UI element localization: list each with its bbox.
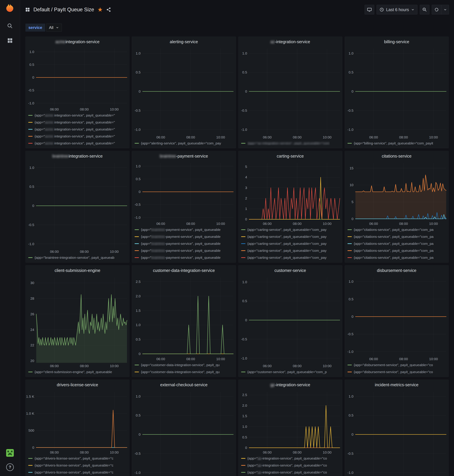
zoom-out-button[interactable] — [420, 5, 429, 15]
panel-chart[interactable]: 1.00.50-0.5-1.006:0008:0010:00 — [345, 47, 448, 140]
text-fragment: {app=" — [35, 141, 45, 145]
legend-item[interactable]: {app="citations-service", payit_queueabl… — [348, 254, 446, 261]
panel-chart[interactable]: 2.52.01.51.00.5006:0008:0010:00 — [238, 390, 342, 455]
legend-item[interactable]: {app="customer-service", payit_queueable… — [241, 369, 340, 375]
panel-title[interactable]: braintree integration-service — [26, 151, 129, 161]
legend-item[interactable]: {app="carting-service", payit_queueable=… — [241, 247, 340, 254]
legend-item[interactable]: {app="carting-service", payit_queueable=… — [241, 226, 340, 233]
legend-item[interactable]: {app="carting-service", payit_queueable=… — [241, 233, 340, 240]
legend-item[interactable]: {app="carting-service", payit_queueable=… — [241, 254, 340, 261]
panel-chart[interactable]: 1.00.50-0.5-1.006:0008:0010:00 — [26, 161, 129, 254]
legend-item[interactable]: {app="az-integration-service", payit_que… — [241, 140, 340, 147]
legend-item[interactable]: {app="braintree-payment-service", payit_… — [135, 254, 233, 261]
svg-text:06:00: 06:00 — [369, 135, 378, 139]
svg-text:1.5: 1.5 — [242, 414, 247, 418]
text-fragment: {app="braintree-integration-service", pa… — [35, 256, 114, 259]
legend-item[interactable]: {app="acme integration-service", payit_q… — [28, 119, 127, 126]
legend-series-label: {app="citations-service", payit_queueabl… — [354, 249, 434, 253]
panel-chart[interactable]: 2.52.01.51.00.5006:0008:0010:00 — [132, 275, 236, 362]
panel-title[interactable]: acme integration-service — [26, 37, 129, 47]
legend-item[interactable]: {app="citations-service", payit_queueabl… — [348, 226, 446, 233]
share-icon[interactable] — [106, 7, 111, 12]
legend-item[interactable]: {app="gp-integration-service", payit_que… — [241, 462, 340, 469]
svg-text:-1.0: -1.0 — [135, 128, 141, 131]
legend-item[interactable]: {app="acme integration-service", payit_q… — [28, 126, 127, 133]
legend-item[interactable]: {app="braintree-payment-service", payit_… — [135, 226, 233, 233]
panel-title[interactable]: braintree-payment-service — [132, 151, 236, 161]
page-title[interactable]: Default / PayIt Queue Size — [33, 7, 94, 13]
legend-item[interactable]: {app="acme integration-service", payit_q… — [28, 112, 127, 119]
legend-item[interactable]: {app="customer-data-integration-service"… — [135, 369, 233, 375]
panel-chart[interactable]: 15105006:0008:0010:00 — [345, 161, 448, 226]
legend-item[interactable]: {app="drivers-license-service", payit_qu… — [28, 469, 127, 476]
legend-item[interactable]: {app="citations-service", payit_queueabl… — [348, 240, 446, 247]
legend-item[interactable]: {app="gp-integration-service", payit_que… — [241, 455, 340, 462]
legend-item[interactable]: {app="billing-service", payit_queueable=… — [348, 140, 446, 147]
panel-chart[interactable]: 1.00.50-0.5-1.006:0008:0010:00 — [132, 390, 236, 476]
panel-chart[interactable]: 1.00.50-0.5-1.006:0008:0010:00 — [345, 275, 448, 362]
panel-title[interactable]: customer-service — [238, 265, 342, 275]
panel-title[interactable]: drivers-license-service — [26, 380, 129, 390]
panel-chart[interactable]: 1.00.50-0.5-1.006:0008:0010:00 — [132, 161, 236, 226]
grafana-logo[interactable] — [5, 3, 15, 13]
text-fragment: {app=" — [141, 242, 151, 245]
panel-chart[interactable]: 1.00.50-0.5-1.006:0008:0010:00 — [238, 275, 342, 369]
time-range-picker[interactable]: Last 6 hours — [377, 5, 417, 15]
panel-title[interactable]: client-submission-engine — [26, 265, 129, 275]
legend-item[interactable]: {app="citations-service", payit_queueabl… — [348, 233, 446, 240]
panel-title[interactable]: disbursement-service — [345, 265, 448, 275]
legend-item[interactable]: {app="braintree-integration-service", pa… — [28, 254, 127, 261]
svg-text:0: 0 — [139, 89, 141, 93]
panel-chart[interactable]: 1.00.50-0.5-1.006:0008:0010:00 — [26, 47, 129, 112]
legend-item[interactable]: {app="braintree-payment-service", payit_… — [135, 233, 233, 240]
legend-item[interactable]: {app="customer-data-integration-service"… — [135, 362, 233, 369]
panel-chart[interactable]: 1.00.50-0.5-1.006:0008:0010:00 — [238, 47, 342, 140]
panel-chart[interactable]: 1.00.50-0.5-1.006:0008:0010:00 — [345, 390, 448, 476]
help-icon[interactable]: ? — [6, 463, 14, 471]
legend-item[interactable]: {app="gp-integration-service", payit_que… — [241, 469, 340, 476]
legend-item[interactable]: {app="drivers-license-service", payit_qu… — [28, 462, 127, 469]
legend-item[interactable]: {app="carting-service", payit_queueable=… — [241, 240, 340, 247]
legend-item[interactable]: {app="drivers-license-service", payit_qu… — [28, 455, 127, 462]
legend-item[interactable]: {app="client-submission-engine", payit_q… — [28, 369, 127, 375]
panel-title[interactable]: gp-integration-service — [238, 380, 342, 390]
legend-item[interactable]: {app="disbursement-service", payit_queue… — [348, 369, 446, 375]
panel-chart[interactable]: 1.5 K1.0 K500006:0008:0010:00 — [26, 390, 129, 455]
chart-svg: 1.5 K1.0 K500006:0008:0010:00 — [26, 390, 129, 455]
favorite-star-icon[interactable]: ★ — [97, 7, 103, 13]
dashboards-icon[interactable] — [7, 38, 13, 44]
legend-item[interactable]: {app="braintree-payment-service", payit_… — [135, 240, 233, 247]
legend-series-label: {app="carting-service", payit_queueable=… — [247, 256, 327, 260]
panel-title[interactable]: billing-service — [345, 37, 448, 47]
dashboard-grid-icon[interactable] — [25, 7, 30, 12]
panel-title[interactable]: carting-service — [238, 151, 342, 161]
svg-text:3: 3 — [245, 186, 247, 190]
svg-text:-0.5: -0.5 — [348, 452, 354, 455]
variable-value-dropdown[interactable]: All — [46, 24, 62, 31]
panel-chart[interactable]: 54321006:0008:0010:00 — [238, 161, 342, 226]
svg-text:10:00: 10:00 — [323, 450, 332, 454]
search-icon[interactable] — [7, 23, 13, 29]
panel-title[interactable]: customer-data-integration-service — [132, 265, 236, 275]
panel-chart[interactable]: 1.00.50-0.5-1.006:0008:0010:00 — [132, 47, 236, 140]
user-avatar[interactable] — [6, 449, 14, 457]
legend-series-label: {app="gp-integration-service", payit_que… — [247, 463, 327, 467]
legend-series-label: {app="drivers-license-service", payit_qu… — [35, 463, 113, 467]
legend-series-label: {app="gp-integration-service", payit_que… — [247, 456, 327, 460]
refresh-button[interactable] — [432, 5, 441, 15]
legend-item[interactable]: {app="acme integration-service", payit_q… — [28, 133, 127, 140]
legend-item[interactable]: {app="acme integration-service", payit_q… — [28, 140, 127, 147]
legend-item[interactable]: {app="disbursement-service", payit_queue… — [348, 362, 446, 369]
legend-item[interactable]: {app="citations-service", payit_queueabl… — [348, 247, 446, 254]
panel-title[interactable]: az-integration-service — [238, 37, 342, 47]
panel-title[interactable]: incident-metrics-service — [345, 380, 448, 390]
panel-chart[interactable]: 30282624222006:0008:0010:00 — [26, 275, 129, 369]
tv-mode-button[interactable] — [365, 5, 374, 15]
legend-item[interactable]: {app="alerting-service", payit_queueable… — [135, 140, 233, 147]
svg-text:08:00: 08:00 — [80, 450, 89, 454]
refresh-interval-dropdown[interactable] — [441, 5, 449, 15]
panel-title[interactable]: citations-service — [345, 151, 448, 161]
panel-title[interactable]: external-checkout-service — [132, 380, 236, 390]
legend-item[interactable]: {app="braintree-payment-service", payit_… — [135, 247, 233, 254]
panel-title[interactable]: alerting-service — [132, 37, 236, 47]
